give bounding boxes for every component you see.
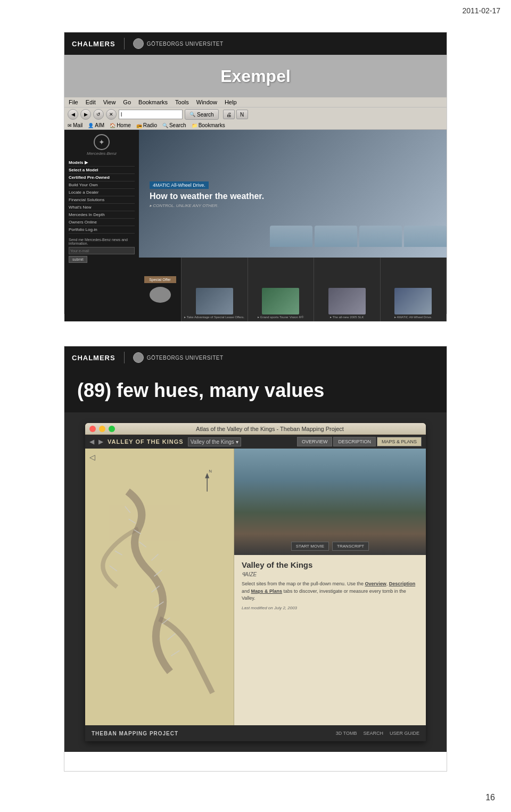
back-button[interactable]: ◀ <box>68 109 78 120</box>
thumb-4[interactable]: ▸ 4MATIC All-Wheel Drive. <box>381 258 447 321</box>
map-svg: N <box>85 449 234 725</box>
footer-link-userguide[interactable]: USER GUIDE <box>390 731 419 736</box>
mb-logo-text: Mercedes-Benz <box>69 151 135 156</box>
menu-help[interactable]: Help <box>225 99 237 105</box>
forward-button[interactable]: ▶ <box>80 109 91 120</box>
special-offer-area: Special Offer <box>139 258 182 321</box>
footer-link-search[interactable]: SEARCH <box>363 731 383 736</box>
menu-edit[interactable]: Edit <box>86 99 96 105</box>
bm-bookmarks[interactable]: 📁 Bookmarks <box>192 122 225 128</box>
bm-search[interactable]: 🔍 Search <box>162 122 186 128</box>
mac-nav-bar: ◀ ▶ VALLEY OF THE KINGS Valley of the Ki… <box>85 435 426 449</box>
bm-radio-label: Radio <box>143 122 157 128</box>
bm-home-label: Home <box>117 122 131 128</box>
mac-nav-dropdown[interactable]: Valley of the Kings ▾ <box>188 437 241 446</box>
mb-menu-build[interactable]: Build Your Own <box>69 181 135 189</box>
header-divider-2 <box>124 352 125 363</box>
mercedes-logo: ✦ Mercedes-Benz <box>69 134 135 156</box>
mercedes-sidebar: ✦ Mercedes-Benz Models ▶ Select a Model … <box>64 130 139 321</box>
mb-small-emblem <box>150 287 171 303</box>
mb-menu-certified[interactable]: Certified Pre-Owned <box>69 174 135 181</box>
footer-link-3dtomb[interactable]: 3D TOMB <box>336 731 357 736</box>
mac-back-arrow[interactable]: ◀ <box>89 438 94 445</box>
slide2-title-area: (89) few hues, many values <box>64 369 447 412</box>
hero-text: 4MATIC All-Wheel Drive. How to weather t… <box>139 169 275 219</box>
reload-button[interactable]: ↺ <box>93 109 104 120</box>
bm-bookmarks-label: Bookmarks <box>199 122 225 128</box>
chalmers-logo: CHALMERS <box>72 40 116 48</box>
menu-file[interactable]: File <box>69 99 78 105</box>
thumb-3[interactable]: ▸ The all-new 2005 SLK <box>314 258 381 321</box>
goteborg-emblem-icon-2 <box>133 352 144 363</box>
svg-text:N: N <box>209 469 212 474</box>
mercedes-hero: 4MATIC All-Wheel Drive. How to weather t… <box>139 130 447 258</box>
bm-aim[interactable]: 👤 AIM <box>88 122 104 128</box>
menu-window[interactable]: Window <box>196 99 217 105</box>
header-divider <box>124 38 125 49</box>
mb-menu-select[interactable]: Select a Model <box>69 167 135 174</box>
mb-menu-locate[interactable]: Locate a Dealer <box>69 189 135 196</box>
mb-menu-portfolio[interactable]: Portfolio Log-in <box>69 226 135 234</box>
start-movie-button[interactable]: START MOVIE <box>291 542 329 551</box>
tab-maps-plans[interactable]: MAPS & PLANS <box>377 437 422 446</box>
mb-menu-indepth[interactable]: Mercedes In Depth <box>69 211 135 219</box>
search-button[interactable]: 🔍 Search <box>185 109 219 120</box>
mac-forward-arrow[interactable]: ▶ <box>98 438 103 445</box>
cars-strip <box>270 226 447 247</box>
thumb-text-4: ▸ 4MATIC All-Wheel Drive. <box>394 316 432 319</box>
map-back-arrow-icon[interactable]: ◁ <box>89 453 95 461</box>
tab-overview[interactable]: OVERVIEW <box>297 437 332 446</box>
mercedes-bottom-strip: Special Offer ▸ Take Advantage of Specia… <box>139 258 447 321</box>
special-offer-badge[interactable]: Special Offer <box>144 276 176 283</box>
car-1 <box>270 226 312 247</box>
bm-mail-label: Mail <box>73 122 83 128</box>
transcript-button[interactable]: TRANSCRIPT <box>332 542 369 551</box>
menu-bookmarks[interactable]: Bookmarks <box>138 99 168 105</box>
info-last-modified: Last modified on July 2, 2003 <box>242 606 418 610</box>
bookmarks-icon: 📁 <box>192 123 197 128</box>
slide-2: CHALMERS GÖTEBORGS UNIVERSITET (89) few … <box>64 346 447 772</box>
network-icon[interactable]: N <box>236 110 248 119</box>
mb-menu-owners[interactable]: Owners Online <box>69 219 135 226</box>
mac-body: ◁ <box>85 449 426 725</box>
bottom-thumbnails: ▸ Take Advantage of Special Lease Offers… <box>182 258 447 321</box>
menu-go[interactable]: Go <box>123 99 131 105</box>
slide-1: CHALMERS GÖTEBORGS UNIVERSITET Exempel F… <box>64 32 447 314</box>
hero-tagline: ▸ CONTROL. UNLIKE ANY OTHER. <box>150 203 264 208</box>
mb-email-input[interactable] <box>69 247 135 254</box>
mb-submit-button[interactable]: submit <box>69 256 87 263</box>
home-icon: 🏠 <box>110 123 116 128</box>
mac-close-button[interactable] <box>89 426 96 432</box>
bm-radio[interactable]: 📻 Radio <box>136 122 157 128</box>
aim-icon: 👤 <box>88 123 94 128</box>
goteborg-text: GÖTEBORGS UNIVERSITET <box>147 41 224 47</box>
thumb-2[interactable]: ▸ Grand sports Tourer Vision R® <box>248 258 315 321</box>
info-site-name: Valley of the Kings <box>242 560 418 569</box>
mb-menu-models[interactable]: Models ▶ <box>69 159 135 167</box>
dropdown-label: Valley of the Kings <box>191 439 234 445</box>
photo-mountain-bg <box>234 449 426 555</box>
mb-menu-new[interactable]: What's New <box>69 204 135 211</box>
browser-toolbar: ◀ ▶ ↺ ✕ 🔍 Search 🖨 N <box>64 107 447 121</box>
bm-mail[interactable]: ✉ Mail <box>68 122 83 128</box>
car-4 <box>404 226 447 247</box>
highlight-maps: Maps & Plans <box>251 589 283 594</box>
stop-button[interactable]: ✕ <box>106 109 117 120</box>
mb-emblem-icon: ✦ <box>94 134 110 150</box>
goteborg-emblem-icon <box>133 38 144 49</box>
thumb-1[interactable]: ▸ Take Advantage of Special Lease Offers… <box>182 258 248 321</box>
bm-home[interactable]: 🏠 Home <box>110 122 131 128</box>
mac-zoom-button[interactable] <box>109 426 115 432</box>
mac-photo: START MOVIE TRANSCRIPT <box>234 449 426 555</box>
printer-icon[interactable]: 🖨 <box>223 110 235 119</box>
car-2 <box>315 226 357 247</box>
thumb-img-1 <box>196 288 233 314</box>
address-bar-input[interactable] <box>119 110 183 119</box>
car-3 <box>359 226 402 247</box>
menu-view[interactable]: View <box>103 99 116 105</box>
mac-footer: THEBAN MAPPING PROJECT 3D TOMB SEARCH US… <box>85 725 426 741</box>
mb-menu-financial[interactable]: Financial Solutions <box>69 196 135 204</box>
menu-tools[interactable]: Tools <box>175 99 189 105</box>
mac-minimize-button[interactable] <box>99 426 105 432</box>
tab-description[interactable]: DESCRIPTION <box>333 437 376 446</box>
